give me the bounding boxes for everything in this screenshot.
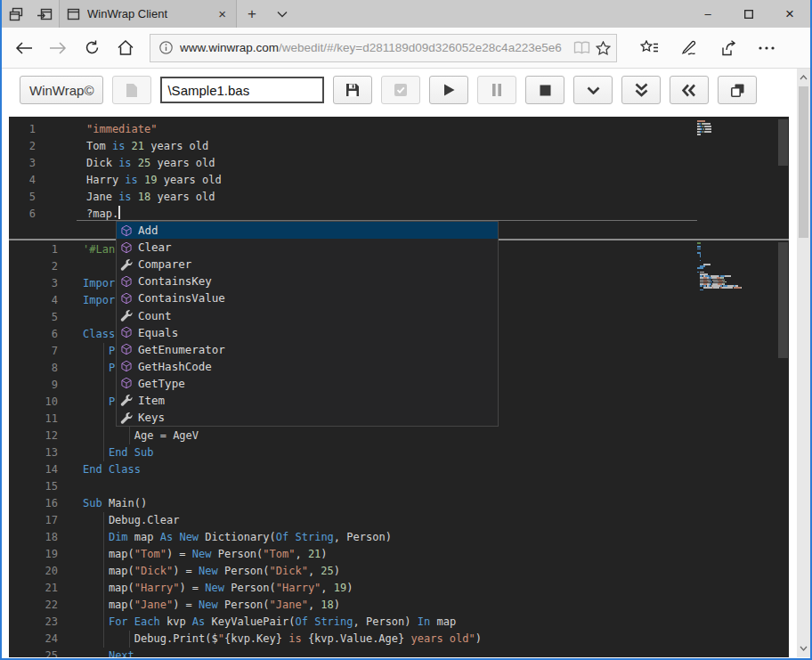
- web-note-pen-icon[interactable]: [680, 40, 698, 55]
- autocomplete-item[interactable]: GetHashCode: [117, 358, 498, 375]
- code-line[interactable]: 13 End Sub: [9, 444, 789, 461]
- stop-button[interactable]: [525, 76, 564, 104]
- double-chevron-down-icon: [635, 83, 648, 97]
- line-number: 6: [9, 206, 36, 223]
- autocomplete-item[interactable]: ContainsKey: [117, 273, 498, 289]
- titlebar: WinWrap Client × + – ×: [2, 0, 810, 28]
- code-text: [58, 411, 83, 428]
- scroll-up-icon[interactable]: [797, 70, 810, 85]
- code-line[interactable]: 14End Class: [9, 461, 789, 478]
- close-button[interactable]: ×: [769, 0, 810, 28]
- code-line[interactable]: 1"immediate": [9, 121, 789, 138]
- tab-preview-icon: [9, 7, 23, 21]
- autocomplete-item[interactable]: Add: [117, 222, 498, 239]
- indent-guide: [103, 512, 104, 648]
- browser-window: WinWrap Client × + – × www: [0, 0, 812, 660]
- minimize-button[interactable]: –: [687, 0, 728, 28]
- more-options-icon[interactable]: [759, 46, 775, 50]
- symbol-property-icon: [119, 393, 134, 407]
- set-tabs-aside-button[interactable]: [30, 0, 59, 28]
- line-number: 16: [9, 495, 58, 512]
- refresh-button[interactable]: [75, 40, 109, 55]
- line-number: 3: [9, 155, 36, 172]
- code-text: For Each kvp As KeyValuePair(Of String, …: [58, 614, 456, 631]
- site-info-icon[interactable]: [159, 41, 173, 54]
- autocomplete-item[interactable]: Equals: [117, 324, 498, 341]
- immediate-minimap[interactable]: [697, 120, 775, 136]
- home-button[interactable]: [109, 40, 142, 55]
- set-tabs-aside-icon: [37, 7, 53, 21]
- symbol-method-icon: [119, 240, 134, 255]
- code-line[interactable]: 24 Debug.Print($"{kvp.Key} is {kvp.Value…: [9, 631, 789, 648]
- code-text: Dick is 25 years old: [36, 155, 215, 172]
- page-content: WinWrap©: [2, 69, 810, 657]
- code-line[interactable]: 20 map("Dick") = New Person("Dick", 25): [9, 563, 789, 580]
- hub-favorites-icon[interactable]: [640, 40, 659, 55]
- code-line[interactable]: 2Tom is 21 years old: [9, 138, 789, 155]
- autocomplete-item-label: Add: [138, 222, 158, 239]
- filename-input[interactable]: [160, 77, 324, 103]
- code-line[interactable]: 3Dick is 25 years old: [9, 155, 789, 172]
- winwrap-brand-button[interactable]: WinWrap©: [20, 76, 103, 104]
- browser-tab[interactable]: WinWrap Client ×: [59, 0, 237, 28]
- forward-button[interactable]: [41, 42, 75, 54]
- line-number: 4: [9, 172, 36, 189]
- favorite-star-icon[interactable]: [596, 41, 611, 55]
- page-scrollbar-thumb[interactable]: [799, 86, 808, 238]
- url-box[interactable]: www.winwrap.com/webedit/#/key=d281189d09…: [150, 34, 617, 62]
- scroll-down-icon[interactable]: [797, 641, 810, 656]
- stop-icon: [540, 85, 551, 96]
- immediate-pane[interactable]: 1"immediate"2Tom is 21 years old3Dick is…: [9, 121, 789, 223]
- new-tab-button[interactable]: +: [237, 0, 267, 28]
- run-button[interactable]: [429, 76, 468, 104]
- autocomplete-item[interactable]: Item: [117, 392, 498, 409]
- line-number: 4: [9, 292, 58, 309]
- code-line[interactable]: 21 map("Harry") = New Person("Harry", 19…: [9, 580, 789, 597]
- code-line[interactable]: 18 Dim map As New Dictionary(Of String, …: [9, 529, 789, 546]
- tab-preview-button[interactable]: [2, 0, 30, 28]
- step-button[interactable]: [573, 76, 613, 104]
- code-line[interactable]: 19 map("Tom") = New Person("Tom", 21): [9, 546, 789, 563]
- tab-close-button[interactable]: ×: [215, 6, 229, 21]
- save-button[interactable]: [333, 76, 372, 104]
- windows-button[interactable]: [718, 76, 757, 104]
- code-line[interactable]: 22 map("Jane") = New Person("Jane", 18): [9, 597, 789, 614]
- autocomplete-item[interactable]: GetType: [117, 375, 498, 392]
- back-button[interactable]: [7, 42, 41, 54]
- pause-button: [477, 76, 516, 104]
- code-scrollbar-thumb[interactable]: [778, 242, 788, 358]
- code-minimap[interactable]: [697, 242, 775, 291]
- code-text: [58, 478, 83, 495]
- autocomplete-item[interactable]: GetEnumerator: [117, 341, 498, 358]
- code-text: Harry is 19 years old: [36, 172, 222, 189]
- code-line[interactable]: 23 For Each kvp As KeyValuePair(Of Strin…: [9, 614, 789, 631]
- autocomplete-item[interactable]: Count: [117, 306, 498, 323]
- autocomplete-item[interactable]: ContainsValue: [117, 289, 498, 306]
- autocomplete-item[interactable]: Clear: [117, 239, 498, 256]
- line-number: 14: [9, 461, 58, 478]
- step-out-button[interactable]: [670, 76, 709, 104]
- code-line[interactable]: 15: [9, 478, 789, 495]
- code-line[interactable]: 17 Debug.Clear: [9, 512, 789, 529]
- line-number: 20: [9, 563, 58, 580]
- maximize-button[interactable]: [728, 0, 769, 28]
- page-scrollbar[interactable]: [797, 69, 810, 657]
- reading-view-icon[interactable]: [573, 41, 590, 54]
- immediate-scrollbar-thumb[interactable]: [778, 119, 788, 166]
- autocomplete-item-label: GetHashCode: [138, 358, 212, 375]
- step-over-button[interactable]: [621, 76, 661, 104]
- autocomplete-item[interactable]: Comparer: [117, 256, 498, 273]
- code-text: Tom is 21 years old: [36, 138, 208, 155]
- autocomplete-item-label: GetType: [138, 375, 185, 392]
- code-line[interactable]: 16Sub Main(): [9, 495, 789, 512]
- symbol-property-icon: [119, 411, 134, 425]
- autocomplete-item-label: Keys: [138, 409, 165, 426]
- tab-list-chevron-button[interactable]: [267, 0, 297, 28]
- code-line[interactable]: 25 Next: [9, 648, 789, 657]
- autocomplete-item[interactable]: Keys: [117, 409, 498, 426]
- code-line[interactable]: 12 Age = AgeV: [9, 428, 789, 444]
- code-line[interactable]: 4Harry is 19 years old: [9, 172, 789, 189]
- code-text: map("Harry") = New Person("Harry", 19): [58, 580, 353, 597]
- code-line[interactable]: 5Jane is 18 years old: [9, 189, 789, 206]
- share-icon[interactable]: [719, 40, 737, 56]
